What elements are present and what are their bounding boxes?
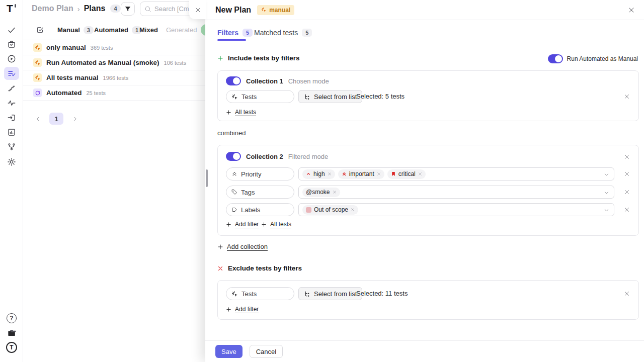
manual-plan-icon <box>33 73 42 82</box>
tab-matched-tests[interactable]: Matched tests 5 <box>254 29 312 37</box>
exclude-tests-filter-field[interactable]: Tests <box>226 287 294 300</box>
plan-title[interactable]: All tests manual <box>46 74 99 81</box>
suitcase-check-icon[interactable] <box>6 38 18 50</box>
tab-manual[interactable]: Manual 3 <box>57 26 94 34</box>
avatar-letter: T <box>10 344 13 351</box>
add-filter-link[interactable]: Add filter <box>226 306 259 313</box>
chevron-down-icon[interactable] <box>604 190 609 196</box>
plan-test-count: 1966 tests <box>103 75 129 81</box>
remove-collection-2-button[interactable] <box>622 152 631 161</box>
add-filter-link[interactable]: Add filter <box>226 221 259 228</box>
plus-icon <box>217 55 223 61</box>
run-automated-toggle-group: Run Automated as Manual <box>548 54 638 63</box>
close-icon <box>195 7 201 13</box>
priority-filter-field[interactable]: Priority <box>226 167 294 180</box>
chip-remove-icon[interactable] <box>351 208 355 212</box>
pulse-icon[interactable] <box>6 97 18 109</box>
tab-filters-badge: 5 <box>243 29 253 37</box>
search-icon <box>144 6 151 13</box>
labels-filter-field[interactable]: Labels <box>226 203 294 216</box>
priority-chip-high: high <box>302 169 335 179</box>
add-collection-link-label: Add collection <box>227 243 268 250</box>
tab-filters-label: Filters <box>217 29 238 37</box>
plus-icon <box>226 110 231 115</box>
chip-remove-icon[interactable] <box>377 172 381 176</box>
labels-select[interactable]: Out of scope <box>298 203 614 216</box>
plans-list-check-icon[interactable] <box>6 67 18 79</box>
tab-mixed[interactable]: Mixed <box>139 26 158 34</box>
remove-priority-filter-button[interactable] <box>622 169 631 178</box>
all-tests-link[interactable]: All tests <box>226 109 256 116</box>
collection-1-toggle[interactable] <box>226 76 241 85</box>
runs-check-icon[interactable] <box>6 24 18 36</box>
all-tests-link-label: All tests <box>235 109 256 116</box>
select-from-list-button[interactable]: Select from list <box>298 90 362 103</box>
priority-select[interactable]: high important critical <box>298 167 614 180</box>
scrollbar-thumb[interactable] <box>206 169 208 187</box>
report-chart-icon[interactable] <box>6 126 18 138</box>
select-from-list-button[interactable]: Select from list <box>298 287 362 300</box>
selected-tests-info: Selected: 11 tests <box>356 287 408 300</box>
priority-chip-critical: critical <box>387 169 426 179</box>
cancel-button[interactable]: Cancel <box>250 345 283 358</box>
manual-spark-icon <box>261 7 267 13</box>
chip-remove-icon[interactable] <box>328 172 332 176</box>
plan-type-badge: manual <box>257 5 294 15</box>
folders-icon[interactable] <box>6 327 18 339</box>
chevron-down-icon[interactable] <box>604 208 609 213</box>
selected-tests-info: Selected: 5 tests <box>356 90 405 103</box>
remove-tags-filter-button[interactable] <box>622 188 631 197</box>
manual-plan-icon <box>33 58 42 67</box>
drawer-header: New Plan manual <box>205 0 644 20</box>
save-button[interactable]: Save <box>215 345 243 358</box>
bulk-select-icon[interactable] <box>36 26 44 34</box>
tab-generated[interactable]: Generated <box>166 26 197 34</box>
chip-remove-icon[interactable] <box>418 172 422 176</box>
remove-labels-filter-button[interactable] <box>622 205 631 214</box>
drawer-edge-close-button[interactable] <box>189 0 206 19</box>
tab-filters[interactable]: Filters 5 <box>217 29 253 37</box>
run-automated-toggle-label: Run Automated as Manual <box>567 55 638 62</box>
prev-page-icon[interactable] <box>33 113 42 125</box>
import-icon[interactable] <box>6 112 18 124</box>
remove-filter-button[interactable] <box>622 289 631 298</box>
plan-title[interactable]: only manual <box>46 44 86 51</box>
collection-2-mode: Filtered mode <box>288 153 328 160</box>
tab-automated[interactable]: Automated 1 <box>94 26 142 34</box>
chip-remove-icon[interactable] <box>333 190 337 194</box>
remove-filter-button[interactable] <box>622 92 631 101</box>
plan-title[interactable]: Run Automated as Manual (smoke) <box>46 59 159 66</box>
next-page-icon[interactable] <box>70 113 79 125</box>
collection-2-toggle[interactable] <box>226 152 241 161</box>
app-logo[interactable]: T <box>7 3 13 15</box>
all-tests-link[interactable]: All tests <box>261 221 291 228</box>
drawer-title: New Plan <box>215 6 251 15</box>
help-icon[interactable]: ? <box>6 312 18 324</box>
drawer-close-button[interactable] <box>625 4 637 16</box>
gear-icon[interactable] <box>6 156 18 168</box>
plans-count-badge: 4 <box>110 5 120 13</box>
close-icon <box>624 171 630 177</box>
run-automated-toggle[interactable] <box>548 54 563 63</box>
tags-filter-field[interactable]: Tags <box>226 186 294 199</box>
label-icon <box>231 207 237 213</box>
add-collection-link[interactable]: Add collection <box>217 243 268 250</box>
play-circle-icon[interactable] <box>6 53 18 65</box>
collection-2-name: Collection 2 <box>246 153 283 160</box>
tests-filter-field[interactable]: Tests <box>226 90 294 103</box>
profile-avatar[interactable]: T <box>6 341 18 353</box>
chevron-down-icon[interactable] <box>604 172 609 177</box>
page-number[interactable]: 1 <box>49 113 63 125</box>
tab-manual-badge: 3 <box>84 26 94 34</box>
plus-icon <box>226 222 231 227</box>
breadcrumb-separator-icon: › <box>77 5 80 13</box>
plan-title[interactable]: Automated <box>46 89 82 97</box>
branch-icon[interactable] <box>6 141 18 153</box>
filter-button[interactable] <box>121 2 135 16</box>
tags-select[interactable]: @smoke <box>298 186 614 199</box>
breadcrumb: Demo Plan › Plans 4 <box>32 4 121 13</box>
breadcrumb-parent[interactable]: Demo Plan <box>32 4 73 13</box>
pagination: 1 <box>33 113 79 125</box>
steps-icon[interactable] <box>6 82 18 95</box>
chip-label: Out of scope <box>314 206 348 213</box>
